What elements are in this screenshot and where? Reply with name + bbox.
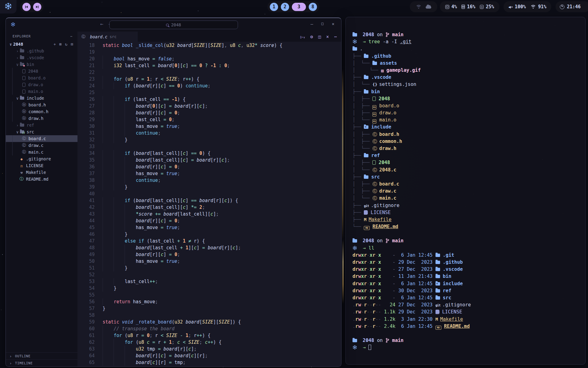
file-label: .gitignore	[26, 156, 51, 161]
terminal-tree-row: ├── LICENSE	[352, 209, 585, 216]
folder-icon	[20, 124, 24, 127]
explorer-menu-icon[interactable]: ⋯	[70, 34, 73, 38]
chevron-icon: ∨	[15, 130, 20, 134]
object-file-icon: 01	[372, 105, 376, 109]
terminal-tree-row: ├── ref	[352, 152, 585, 159]
file-label: 2048	[28, 69, 38, 74]
file-label: include	[27, 96, 44, 101]
clock-widget[interactable]: 21:46	[556, 1, 588, 12]
explorer-item-main.c[interactable]: Ⓒmain.c	[6, 149, 77, 155]
folder-icon: ()	[20, 130, 24, 133]
collapse-all-icon[interactable]: ⊟	[71, 42, 73, 47]
image-icon: ▨	[381, 67, 383, 74]
media-next-button[interactable]	[33, 3, 41, 11]
explorer-item-main.o[interactable]: main.o	[6, 88, 77, 95]
more-actions-icon[interactable]: ⋯	[334, 34, 337, 40]
terminal-window[interactable]: 2048 on main → tree -a -I .git.├── .gith…	[345, 17, 586, 365]
outline-panel[interactable]: ›OUTLINE	[6, 352, 77, 359]
file-label: bin	[27, 62, 34, 67]
nav-back-button[interactable]: ←	[100, 21, 103, 27]
explorer-item-.vscode[interactable]: ›.vscode	[6, 54, 77, 61]
terminal-command: → ll	[352, 245, 585, 252]
wifi-icon	[531, 5, 536, 9]
folder-icon	[20, 49, 24, 52]
folder-icon	[352, 47, 357, 51]
terminal-ll-row: drwxr-xr-x - 6 Jan 12:45 .git	[352, 252, 585, 259]
media-controls	[20, 1, 43, 12]
file-label: board.o	[28, 75, 46, 80]
split-editor-icon[interactable]: ◫	[318, 34, 321, 40]
terminal-tree-row: .	[352, 45, 585, 52]
explorer-item-board.c[interactable]: Ⓒboard.c	[6, 135, 77, 142]
sidebar-panels: ›OUTLINE ›TIMELINE	[6, 352, 77, 366]
tab-dir-hint: src	[110, 34, 117, 39]
workspace-8[interactable]: 8	[309, 3, 317, 11]
explorer-item-LICENSE[interactable]: ⚖LICENSE	[6, 162, 77, 169]
license-book-icon	[364, 210, 368, 215]
git-branch-icon	[386, 238, 389, 243]
folder-icon	[435, 289, 440, 293]
command-center-search[interactable]: 2048	[109, 21, 238, 29]
c-file-icon: Ⓒ	[372, 195, 377, 201]
terminal-tree-row: │ └── 01main.o	[352, 117, 585, 124]
code-editor[interactable]: 1819202122232425262728293031323334353637…	[77, 42, 341, 366]
explorer-item-draw.c[interactable]: Ⓒdraw.c	[6, 142, 77, 149]
explorer-item-draw.h[interactable]: Ⓗdraw.h	[6, 115, 77, 122]
explorer-root-folder[interactable]: ∨ 2048 +⊞↻⊟	[6, 41, 77, 48]
close-editor-icon[interactable]: ×	[326, 34, 329, 40]
explorer-item-.github[interactable]: ›.github	[6, 48, 77, 54]
terminal-tree-row: ├── bin	[352, 88, 585, 95]
terminal-tree-row: │ └── Ⓒmain.c	[352, 195, 585, 202]
explorer-item-README.md[interactable]: ⓘREADME.md	[6, 176, 77, 182]
tab-board-c[interactable]: Ⓒ board.c src	[77, 32, 138, 42]
nix-logo-button[interactable]	[0, 0, 17, 13]
explorer-item-draw.o[interactable]: draw.o	[6, 81, 77, 88]
run-debug-icon[interactable]: ▷∨	[300, 34, 305, 39]
workspace-switcher: 1 2 3 8	[267, 1, 319, 12]
weather-widget[interactable]	[410, 1, 437, 12]
disk-usage: 25%	[486, 4, 494, 10]
explorer-item-ref[interactable]: ›ref	[6, 122, 77, 128]
explorer-item-board.h[interactable]: Ⓗboard.h	[6, 102, 77, 108]
folder-icon	[435, 296, 440, 300]
explorer-item-2048[interactable]: 2048	[6, 68, 77, 75]
gear-folder-icon: ⚙	[435, 282, 440, 286]
vscode-titlebar[interactable]: ← → 2048 — □ ×	[6, 18, 341, 32]
terminal-tree-row: ├── git.gitignore	[352, 202, 585, 209]
new-file-icon[interactable]: +	[54, 42, 56, 47]
media-previous-button[interactable]	[22, 3, 31, 11]
close-button[interactable]: ×	[332, 21, 334, 26]
terminal-tree-row: ├── ⚙include	[352, 124, 585, 131]
maximize-button[interactable]: □	[321, 21, 323, 26]
terminal-tree-row: ├── MMakefile	[352, 216, 585, 223]
timeline-panel[interactable]: ›TIMELINE	[6, 359, 77, 366]
explorer-item-include[interactable]: ∨include	[6, 95, 77, 102]
explorer-item-.gitignore[interactable]: ◈.gitignore	[6, 155, 77, 162]
explorer-item-common.h[interactable]: Ⓗcommon.h	[6, 108, 77, 115]
nix-snowflake-icon	[352, 246, 357, 251]
c-file-icon: Ⓒ	[22, 149, 26, 155]
c-file-icon: Ⓒ	[372, 181, 377, 187]
terminal-tree-row: │ ├── 01board.o	[352, 102, 585, 109]
refresh-icon[interactable]: ↻	[65, 42, 67, 47]
github-folder-icon	[364, 55, 368, 58]
file-label: draw.h	[28, 116, 43, 121]
volume-level: 100%	[515, 4, 526, 10]
terminal-tree-row: │ └── Ⓒdraw.h	[352, 145, 585, 152]
object-file-icon: 01	[372, 112, 376, 117]
explorer-item-Makefile[interactable]: ⚒Makefile	[6, 169, 77, 176]
explorer-item-board.o[interactable]: board.o	[6, 75, 77, 81]
terminal-tree-row: │ └── assets	[352, 60, 585, 67]
workspace-1[interactable]: 1	[270, 3, 278, 11]
settings-gear-icon[interactable]: ⚙	[310, 34, 313, 40]
folder-icon	[20, 56, 24, 59]
minimize-button[interactable]: —	[311, 21, 313, 26]
terminal-ll-row: .rw-r--r-- 24 27 Dec 2023 git.gitignore	[352, 301, 585, 309]
new-folder-icon[interactable]: ⊞	[59, 42, 62, 47]
workspace-2[interactable]: 2	[281, 3, 289, 11]
workspace-3-active[interactable]: 3	[292, 3, 306, 11]
explorer-item-src[interactable]: ∨()src	[6, 128, 77, 135]
folder-icon	[435, 254, 440, 257]
c-file-icon: Ⓒ	[372, 167, 377, 173]
explorer-item-bin[interactable]: ∨bin	[6, 61, 77, 68]
